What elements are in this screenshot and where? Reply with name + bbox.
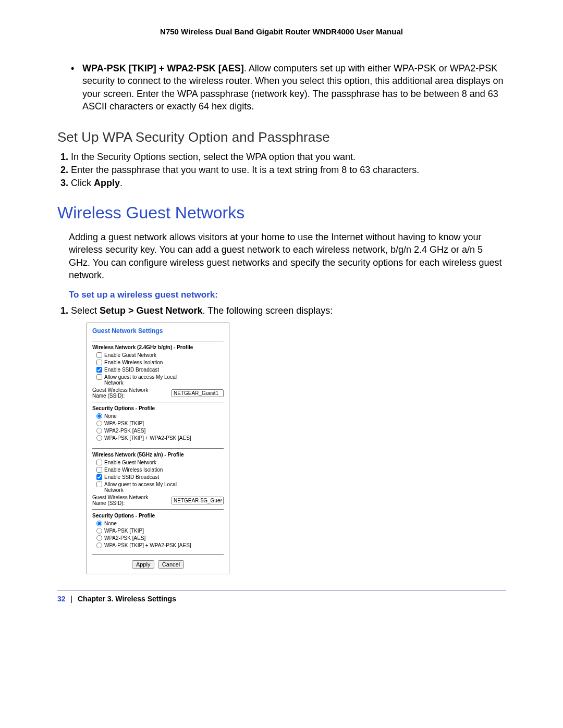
steps-guest: Select Setup > Guest Network. The follow… (71, 305, 506, 316)
sec-5-wpa-tkip-label: WPA-PSK [TKIP] (104, 528, 144, 534)
document-title: N750 Wireless Dual Band Gigabit Router W… (57, 27, 506, 36)
ssid-24-label: Guest Wireless Network Name (SSID): (92, 387, 155, 399)
sec-24-none-label: None (104, 413, 117, 419)
guest-step-1-b: Setup > Guest Network (100, 305, 203, 316)
guest-network-settings-panel: Guest Network Settings Wireless Network … (87, 323, 229, 574)
sec-5-wpa2-aes-label: WPA2-PSK [AES] (104, 535, 145, 541)
page-number: 32 (57, 595, 66, 603)
ssid-broadcast-5-checkbox[interactable] (96, 474, 102, 480)
wireless-isolation-5-checkbox[interactable] (96, 467, 102, 473)
guest-step-1-c: . The following screen displays: (203, 305, 333, 316)
page-footer: 32 | Chapter 3. Wireless Settings (57, 595, 506, 603)
wireless-isolation-24-label: Enable Wireless Isolation (104, 360, 163, 365)
sec-24-wpa-tkip-radio[interactable] (96, 421, 102, 426)
sec-5-wpa-tkip-radio[interactable] (96, 528, 102, 534)
step-3-c: . (120, 178, 123, 188)
ssid-5-label: Guest Wireless Network Name (SSID): (92, 495, 155, 506)
sec-24-none-radio[interactable] (96, 413, 102, 419)
allow-local-24-checkbox[interactable] (96, 374, 102, 380)
apply-button[interactable]: Apply (132, 560, 155, 569)
sec-5-mixed-label: WPA-PSK [TKIP] + WPA2-PSK [AES] (104, 542, 191, 548)
guest-intro-paragraph: Adding a guest network allows visitors a… (69, 231, 506, 281)
allow-local-5-label: Allow guest to access My Local Network (104, 482, 177, 493)
wireless-isolation-5-label: Enable Wireless Isolation (104, 467, 163, 473)
step-1: In the Security Options section, select … (71, 152, 506, 163)
wireless-isolation-24-checkbox[interactable] (96, 360, 102, 365)
sec-24-mixed-label: WPA-PSK [TKIP] + WPA2-PSK [AES] (104, 435, 191, 441)
sec-24-wpa2-aes-label: WPA2-PSK [AES] (104, 428, 145, 434)
bullet-dot: • (71, 62, 82, 113)
heading-setup-wpa: Set Up WPA Security Option and Passphras… (57, 129, 506, 145)
sec-5-mixed-radio[interactable] (96, 542, 102, 548)
ssid-5-input[interactable] (172, 497, 224, 504)
enable-guest-24-checkbox[interactable] (96, 352, 102, 358)
bullet-wpa-mixed: • WPA-PSK [TKIP] + WPA2-PSK [AES]. Allow… (71, 62, 506, 113)
bullet-lead-bold: WPA-PSK [TKIP] + WPA2-PSK [AES] (82, 63, 244, 73)
cancel-button[interactable]: Cancel (158, 560, 184, 569)
guest-step-1: Select Setup > Guest Network. The follow… (71, 305, 506, 316)
sec-24-wpa-tkip-label: WPA-PSK [TKIP] (104, 421, 144, 426)
band-24-head: Wireless Network (2.4GHz b/g/n) - Profil… (92, 344, 224, 350)
chapter-label: Chapter 3. Wireless Settings (78, 595, 176, 603)
steps-wpa: In the Security Options section, select … (71, 152, 506, 189)
enable-guest-5-label: Enable Guest Network (104, 460, 156, 465)
security-24-head: Security Options - Profile (92, 405, 224, 411)
step-3-a: Click (71, 178, 94, 188)
enable-guest-5-checkbox[interactable] (96, 460, 102, 465)
sec-5-none-radio[interactable] (96, 521, 102, 526)
sec-24-wpa2-aes-radio[interactable] (96, 428, 102, 434)
panel-title: Guest Network Settings (92, 327, 224, 335)
sec-24-mixed-radio[interactable] (96, 435, 102, 441)
guest-step-1-a: Select (71, 305, 100, 316)
ssid-broadcast-24-checkbox[interactable] (96, 367, 102, 373)
band-5-head: Wireless Network (5GHz a/n) - Profile (92, 452, 224, 458)
allow-local-24-label: Allow guest to access My Local Network (104, 374, 177, 386)
ssid-broadcast-24-label: Enable SSID Broadcast (104, 367, 159, 373)
sec-5-wpa2-aes-radio[interactable] (96, 535, 102, 541)
security-5-head: Security Options - Profile (92, 513, 224, 519)
step-2: Enter the passphrase that you want to us… (71, 165, 506, 176)
step-3: Click Apply. (71, 178, 506, 189)
step-3-b: Apply (94, 178, 120, 188)
subhead-setup-guest: To set up a wireless guest network: (69, 290, 506, 300)
enable-guest-24-label: Enable Guest Network (104, 352, 156, 358)
allow-local-5-checkbox[interactable] (96, 482, 102, 487)
heading-guest-networks: Wireless Guest Networks (57, 203, 506, 223)
sec-5-none-label: None (104, 521, 117, 526)
ssid-24-input[interactable] (172, 389, 224, 397)
ssid-broadcast-5-label: Enable SSID Broadcast (104, 474, 159, 480)
